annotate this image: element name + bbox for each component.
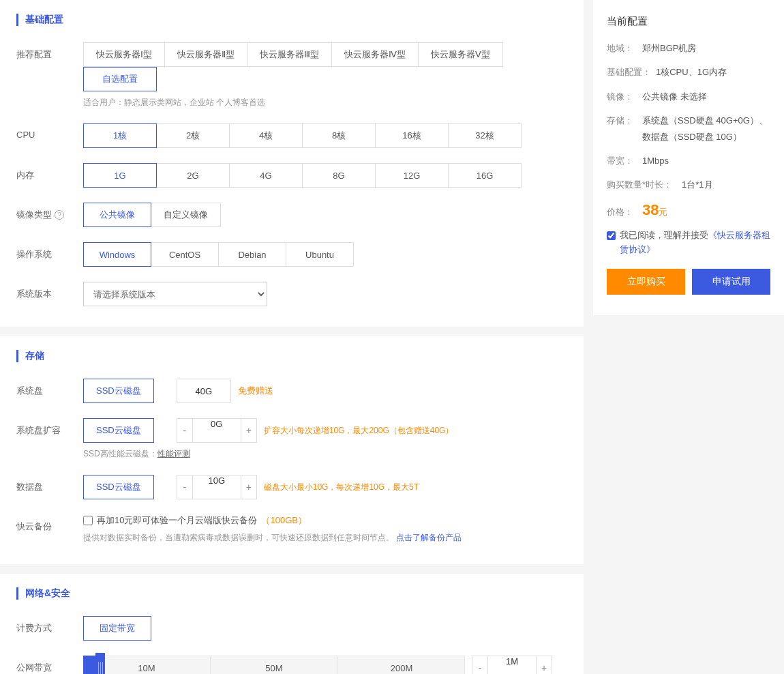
section-title-storage: 存储 — [16, 350, 567, 362]
backup-checkbox-label[interactable]: 再加10元即可体验一个月云端版快云备份 （100GB） — [83, 514, 567, 527]
network-panel: 网络&安全 计费方式 固定带宽 公网带宽 10M50M200M - 1M + — [0, 574, 584, 674]
label-sysdisk: 系统盘 — [16, 379, 83, 397]
buy-button[interactable]: 立即购买 — [607, 269, 685, 295]
option-cpu-group-2[interactable]: 4核 — [229, 123, 303, 148]
label-os: 操作系统 — [16, 242, 83, 261]
bandwidth-stepper[interactable]: - 1M + — [472, 656, 552, 674]
sysdisk-gift: 免费赠送 — [238, 385, 273, 397]
option-recommend-group-5[interactable]: 自选配置 — [83, 67, 157, 91]
sysdisk-size: 40G — [177, 379, 231, 403]
recommend-hint: 适合用户：静态展示类网站，企业站 个人博客首选 — [83, 97, 567, 108]
option-os-group-2[interactable]: Debian — [218, 242, 286, 267]
system-version-select[interactable]: 请选择系统版本 — [83, 282, 267, 306]
bandwidth-slider[interactable]: 10M50M200M — [83, 656, 465, 674]
label-backup: 快云备份 — [16, 514, 83, 533]
option-os-group-0[interactable]: Windows — [83, 242, 151, 267]
minus-button[interactable]: - — [472, 656, 488, 674]
section-title-basic: 基础配置 — [16, 14, 567, 26]
minus-button[interactable]: - — [177, 418, 193, 443]
plus-button[interactable]: + — [241, 418, 257, 443]
label-billing: 计费方式 — [16, 616, 83, 634]
option-imagetype-group-1[interactable]: 自定义镜像 — [151, 203, 221, 227]
option-cpu-group-3[interactable]: 8核 — [302, 123, 376, 148]
price-value: 38 — [642, 201, 659, 219]
option-memory-group-0[interactable]: 1G — [83, 163, 157, 188]
label-image-type: 镜像类型 ? — [16, 203, 83, 221]
slider-handle[interactable] — [95, 653, 105, 674]
ssd-disk-option-ext[interactable]: SSD云磁盘 — [83, 418, 154, 443]
trial-button[interactable]: 申请试用 — [692, 269, 770, 295]
label-sysdisk-ext: 系统盘扩容 — [16, 418, 83, 437]
storage-panel: 存储 系统盘 SSD云磁盘 40G 免费赠送 系统盘扩容 SSD云磁盘 - 0G… — [0, 336, 584, 564]
basic-config-panel: 基础配置 推荐配置 快云服务器Ⅰ型快云服务器Ⅱ型快云服务器Ⅲ型快云服务器Ⅳ型快云… — [0, 0, 584, 327]
label-cpu: CPU — [16, 123, 83, 140]
sysdisk-ext-stepper[interactable]: - 0G + — [177, 418, 257, 443]
datadisk-hint: 磁盘大小最小10G，每次递增10G，最大5T — [264, 482, 419, 493]
option-cpu-group-4[interactable]: 16核 — [375, 123, 449, 148]
minus-button[interactable]: - — [177, 475, 193, 499]
help-icon[interactable]: ? — [55, 210, 64, 220]
option-recommend-group-4[interactable]: 快云服务器Ⅴ型 — [418, 42, 503, 67]
agree-label[interactable]: 我已阅读，理解并接受《快云服务器租赁协议》 — [607, 229, 770, 257]
label-sysver: 系统版本 — [16, 282, 83, 300]
option-memory-group-3[interactable]: 8G — [302, 163, 376, 188]
datadisk-stepper[interactable]: - 10G + — [177, 475, 257, 499]
option-cpu-group-0[interactable]: 1核 — [83, 123, 157, 148]
backup-learn-link[interactable]: 点击了解备份产品 — [396, 533, 462, 542]
option-recommend-group-2[interactable]: 快云服务器Ⅲ型 — [247, 42, 332, 67]
label-memory: 内存 — [16, 163, 83, 181]
section-title-network: 网络&安全 — [16, 587, 567, 600]
option-imagetype-group-0[interactable]: 公共镜像 — [83, 203, 151, 227]
option-cpu-group-1[interactable]: 2核 — [156, 123, 230, 148]
perf-link[interactable]: 性能评测 — [157, 449, 190, 458]
ssd-disk-option[interactable]: SSD云磁盘 — [83, 379, 154, 403]
option-memory-group-1[interactable]: 2G — [156, 163, 230, 188]
label-bandwidth: 公网带宽 — [16, 656, 83, 674]
side-title: 当前配置 — [607, 15, 770, 28]
option-memory-group-4[interactable]: 12G — [375, 163, 449, 188]
agree-checkbox[interactable] — [607, 231, 616, 240]
option-recommend-group-0[interactable]: 快云服务器Ⅰ型 — [83, 42, 165, 67]
sysdisk-ext-hint: 扩容大小每次递增10G，最大200G（包含赠送40G） — [264, 425, 454, 437]
label-datadisk: 数据盘 — [16, 475, 83, 493]
summary-sidebar: 当前配置 地域：郑州BGP机房 基础配置：1核CPU、1G内存 镜像：公共镜像 … — [593, 0, 784, 315]
backup-checkbox[interactable] — [83, 516, 93, 525]
option-recommend-group-1[interactable]: 快云服务器Ⅱ型 — [164, 42, 247, 67]
ssd-disk-option-data[interactable]: SSD云磁盘 — [83, 475, 154, 499]
plus-button[interactable]: + — [241, 475, 257, 499]
option-cpu-group-5[interactable]: 32核 — [448, 123, 522, 148]
option-os-group-3[interactable]: Ubuntu — [286, 242, 354, 267]
option-memory-group-2[interactable]: 4G — [229, 163, 303, 188]
option-memory-group-5[interactable]: 16G — [448, 163, 522, 188]
label-recommend: 推荐配置 — [16, 42, 83, 61]
option-os-group-1[interactable]: CentOS — [151, 242, 219, 267]
option-billing-group-0[interactable]: 固定带宽 — [83, 616, 151, 641]
option-recommend-group-3[interactable]: 快云服务器Ⅳ型 — [331, 42, 419, 67]
plus-button[interactable]: + — [536, 656, 552, 674]
